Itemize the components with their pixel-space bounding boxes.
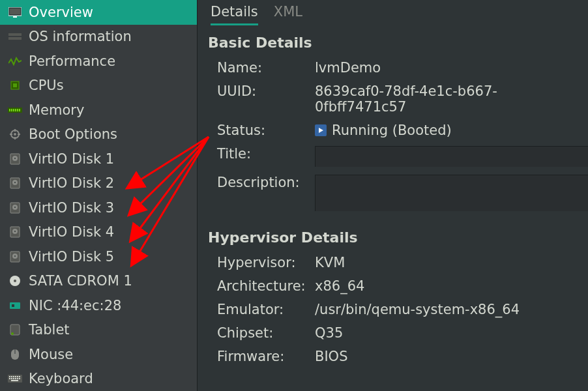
svg-rect-54 [17,378,18,379]
performance-icon [8,55,22,68]
description-label: Description: [217,171,311,215]
sidebar: Overview OS information Performance CPUs… [0,0,198,391]
tablet-icon [8,323,22,336]
nic-icon [8,299,22,312]
svg-rect-48 [17,376,18,377]
sidebar-item-keyboard[interactable]: Keyboard [0,367,197,392]
uuid-value: 8639caf0-78df-4e1c-b667-0fbff7471c57 [315,80,588,119]
svg-rect-55 [19,378,20,379]
svg-rect-51 [11,378,12,379]
hypervisor-details-heading: Hypervisor Details [208,229,588,246]
sidebar-item-label: Performance [29,53,115,69]
tab-xml[interactable]: XML [274,4,302,25]
sidebar-item-label: Overview [29,5,93,20]
chipset-value: Q35 [315,321,588,345]
sidebar-item-virtio-disk-2[interactable]: VirtIO Disk 2 [0,171,197,196]
sidebar-item-virtio-disk-4[interactable]: VirtIO Disk 4 [0,220,197,245]
tabs: Details XML [211,0,588,25]
basic-details-heading: Basic Details [208,35,588,51]
svg-rect-18 [10,134,12,135]
description-input[interactable] [315,175,588,211]
title-input[interactable] [315,146,588,167]
sidebar-item-mouse[interactable]: Mouse [0,342,197,367]
svg-rect-8 [9,109,10,111]
sidebar-item-label: Tablet [29,322,70,338]
sidebar-item-virtio-disk-5[interactable]: VirtIO Disk 5 [0,244,197,269]
sidebar-item-label: NIC :44:ec:28 [29,298,121,313]
svg-point-40 [11,332,14,335]
svg-rect-2 [13,16,17,18]
sidebar-item-label: VirtIO Disk 1 [29,151,114,167]
sidebar-item-memory[interactable]: Memory [0,98,197,123]
svg-rect-52 [13,378,14,379]
monitor-icon [8,6,22,19]
sidebar-item-virtio-disk-1[interactable]: VirtIO Disk 1 [0,147,197,171]
sidebar-item-label: OS information [29,29,132,44]
sidebar-item-virtio-disk-3[interactable]: VirtIO Disk 3 [0,195,197,220]
sidebar-item-tablet[interactable]: Tablet [0,318,197,343]
svg-point-15 [14,133,16,136]
svg-rect-11 [15,109,16,111]
sidebar-item-boot-options[interactable]: Boot Options [0,123,197,147]
cdrom-icon [8,274,22,287]
mouse-icon [8,348,22,361]
sidebar-item-label: VirtIO Disk 2 [29,175,114,191]
svg-point-36 [14,280,16,282]
disk-icon [8,250,22,263]
svg-rect-56 [11,380,18,381]
cpu-icon [8,79,22,92]
status-value: Running (Booted) [315,119,588,142]
svg-rect-19 [18,134,20,135]
sidebar-item-label: CPUs [29,78,64,93]
svg-rect-13 [19,109,20,111]
svg-rect-6 [13,83,17,87]
sidebar-item-label: VirtIO Disk 3 [29,200,114,216]
svg-rect-38 [12,304,14,307]
sidebar-item-overview[interactable]: Overview [0,0,197,25]
architecture-label: Architecture: [217,274,311,298]
svg-rect-37 [10,302,20,309]
chipset-label: Chipset: [217,321,311,345]
sidebar-item-sata-cdrom-1[interactable]: SATA CDROM 1 [0,269,197,294]
svg-rect-16 [14,129,16,132]
name-label: Name: [217,56,311,80]
svg-rect-12 [17,109,18,111]
svg-rect-44 [9,376,10,377]
svg-rect-9 [11,109,12,111]
running-icon [315,124,327,136]
memory-icon [8,104,22,117]
sidebar-item-label: Boot Options [29,126,117,142]
svg-rect-4 [8,37,22,40]
hypervisor-label: Hypervisor: [217,251,311,274]
svg-rect-1 [10,8,20,14]
svg-rect-17 [14,137,16,139]
svg-rect-10 [13,109,14,111]
title-label: Title: [217,142,311,171]
sidebar-item-performance[interactable]: Performance [0,49,197,74]
status-label: Status: [217,119,311,142]
hypervisor-value: KVM [315,251,588,274]
os-icon [8,30,22,43]
name-value: lvmDemo [315,56,588,80]
sidebar-item-label: VirtIO Disk 4 [29,224,114,240]
svg-rect-46 [13,376,14,377]
status-text: Running (Booted) [332,123,452,138]
disk-icon [8,177,22,190]
disk-icon [8,201,22,214]
boot-icon [8,128,22,141]
svg-point-22 [14,158,16,159]
svg-rect-49 [19,376,20,377]
tab-details[interactable]: Details [211,4,258,25]
architecture-value: x86_64 [315,274,588,298]
sidebar-item-nic[interactable]: NIC :44:ec:28 [0,293,197,318]
svg-point-34 [14,255,16,257]
svg-marker-57 [319,128,323,133]
keyboard-icon [8,372,22,385]
sidebar-item-label: SATA CDROM 1 [29,273,132,289]
svg-rect-53 [15,378,16,379]
sidebar-item-cpus[interactable]: CPUs [0,74,197,98]
svg-rect-50 [9,378,10,379]
sidebar-item-label: Memory [29,102,84,118]
sidebar-item-os-information[interactable]: OS information [0,25,197,50]
svg-point-25 [14,182,16,183]
